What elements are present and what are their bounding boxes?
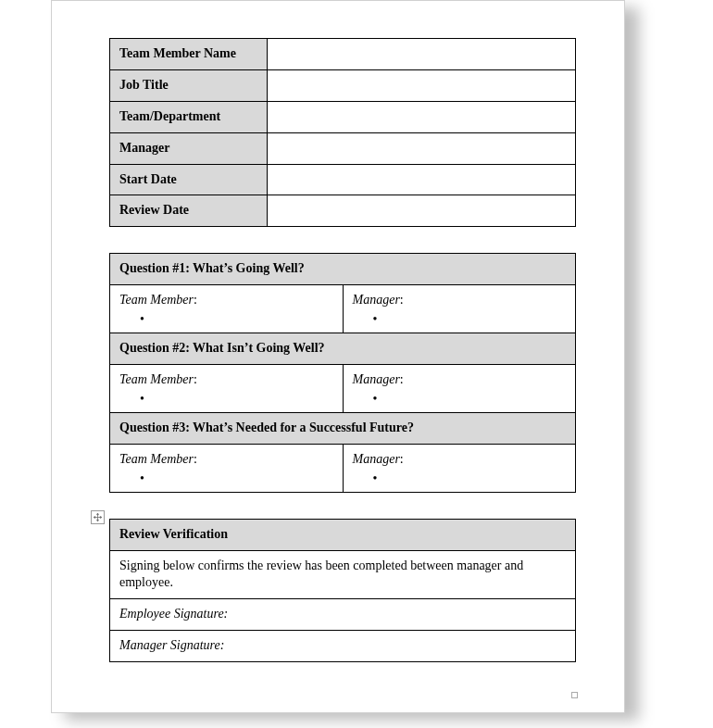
bullet-icon: • bbox=[140, 472, 333, 485]
info-label: Review Date bbox=[110, 195, 268, 227]
colon: : bbox=[194, 372, 197, 386]
info-table: Team Member Name Job Title Team/Departme… bbox=[109, 38, 576, 227]
verification-title: Review Verification bbox=[110, 519, 576, 550]
table-move-handle-icon[interactable] bbox=[91, 510, 105, 524]
verification-table: Review Verification Signing below confir… bbox=[109, 519, 576, 662]
info-value[interactable] bbox=[268, 164, 576, 195]
question-title: Question #3: What’s Needed for a Success… bbox=[110, 412, 576, 444]
manager-cell[interactable]: Manager: • bbox=[343, 285, 576, 333]
manager-label: Manager bbox=[353, 452, 400, 466]
info-label: Start Date bbox=[110, 164, 268, 195]
team-member-label: Team Member bbox=[119, 452, 194, 466]
question-header-row: Question #2: What Isn’t Going Well? bbox=[110, 333, 576, 365]
spacer bbox=[109, 227, 576, 253]
move-arrows-icon bbox=[94, 513, 102, 521]
resize-handle-icon[interactable] bbox=[571, 692, 578, 698]
employee-signature-label[interactable]: Employee Signature: bbox=[110, 599, 576, 631]
table-row: Team Member Name bbox=[110, 39, 576, 70]
table-row: Manager bbox=[110, 132, 576, 164]
colon: : bbox=[194, 293, 197, 307]
manager-cell[interactable]: Manager: • bbox=[343, 365, 576, 413]
table-row: Start Date bbox=[110, 164, 576, 195]
team-member-label: Team Member bbox=[119, 372, 194, 386]
spacer bbox=[109, 493, 576, 519]
team-member-cell[interactable]: Team Member: • bbox=[110, 444, 344, 492]
bullet-icon: • bbox=[373, 313, 567, 326]
manager-signature-row: Manager Signature: bbox=[110, 631, 576, 662]
document-page: Team Member Name Job Title Team/Departme… bbox=[51, 0, 625, 713]
team-member-label: Team Member bbox=[119, 293, 194, 307]
question-answer-row: Team Member: • Manager: • bbox=[110, 285, 576, 333]
colon: : bbox=[400, 372, 404, 386]
manager-label: Manager bbox=[353, 372, 400, 386]
manager-label: Manager bbox=[353, 293, 400, 307]
question-title: Question #2: What Isn’t Going Well? bbox=[110, 333, 576, 365]
question-title: Question #1: What’s Going Well? bbox=[110, 254, 576, 285]
team-member-cell[interactable]: Team Member: • bbox=[110, 285, 344, 333]
question-answer-row: Team Member: • Manager: • bbox=[110, 365, 576, 413]
question-header-row: Question #3: What’s Needed for a Success… bbox=[110, 412, 576, 444]
info-value[interactable] bbox=[268, 39, 576, 70]
colon: : bbox=[400, 452, 404, 466]
question-answer-row: Team Member: • Manager: • bbox=[110, 444, 576, 492]
question-header-row: Question #1: What’s Going Well? bbox=[110, 254, 576, 285]
employee-signature-row: Employee Signature: bbox=[110, 599, 576, 631]
colon: : bbox=[400, 293, 404, 307]
colon: : bbox=[194, 452, 197, 466]
bullet-icon: • bbox=[373, 472, 567, 485]
verification-instruction: Signing below confirms the review has be… bbox=[110, 550, 576, 599]
questions-table: Question #1: What’s Going Well? Team Mem… bbox=[109, 253, 576, 492]
verification-instruction-row: Signing below confirms the review has be… bbox=[110, 550, 576, 599]
manager-signature-label[interactable]: Manager Signature: bbox=[110, 631, 576, 662]
info-label: Team/Department bbox=[110, 101, 268, 132]
verification-header-row: Review Verification bbox=[110, 519, 576, 550]
table-row: Team/Department bbox=[110, 101, 576, 132]
table-row: Review Date bbox=[110, 195, 576, 227]
info-value[interactable] bbox=[268, 195, 576, 227]
stage: Team Member Name Job Title Team/Departme… bbox=[0, 0, 713, 728]
info-value[interactable] bbox=[268, 69, 576, 101]
manager-cell[interactable]: Manager: • bbox=[343, 444, 576, 492]
bullet-icon: • bbox=[140, 313, 333, 326]
table-row: Job Title bbox=[110, 69, 576, 101]
info-label: Job Title bbox=[110, 69, 268, 101]
bullet-icon: • bbox=[373, 393, 567, 406]
team-member-cell[interactable]: Team Member: • bbox=[110, 365, 344, 413]
bullet-icon: • bbox=[140, 393, 333, 406]
info-value[interactable] bbox=[268, 101, 576, 132]
info-value[interactable] bbox=[268, 132, 576, 164]
info-label: Manager bbox=[110, 132, 268, 164]
info-label: Team Member Name bbox=[110, 39, 268, 70]
